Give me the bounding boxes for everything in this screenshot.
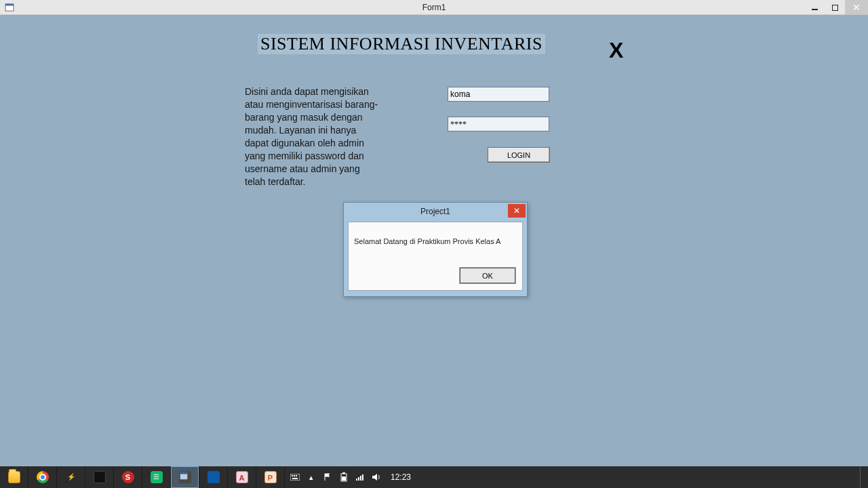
chevron-up-icon[interactable]: ▴ bbox=[307, 472, 316, 482]
taskbar-item-s[interactable]: S bbox=[114, 466, 142, 488]
flag-icon[interactable] bbox=[323, 472, 332, 482]
svg-rect-6 bbox=[294, 475, 295, 476]
svg-rect-8 bbox=[292, 478, 298, 479]
form-icon bbox=[4, 3, 15, 12]
messagebox-body: Selamat Datang di Praktikum Provis Kelas… bbox=[348, 222, 523, 291]
keyboard-icon[interactable] bbox=[290, 472, 300, 482]
show-desktop-button[interactable] bbox=[860, 466, 868, 488]
svg-rect-15 bbox=[362, 474, 363, 481]
svg-rect-11 bbox=[342, 476, 346, 481]
messagebox: Project1 ✕ Selamat Datang di Praktikum P… bbox=[343, 202, 528, 297]
blue-icon bbox=[208, 471, 220, 483]
password-input[interactable] bbox=[448, 117, 549, 131]
taskbar-item-powerpoint[interactable]: P bbox=[256, 466, 285, 488]
system-tray: ▴ 12:23 bbox=[285, 466, 416, 488]
svg-rect-13 bbox=[358, 477, 359, 481]
messagebox-message: Selamat Datang di Praktikum Provis Kelas… bbox=[354, 237, 500, 245]
tray-clock[interactable]: 12:23 bbox=[391, 472, 411, 482]
svg-rect-5 bbox=[292, 475, 293, 476]
svg-rect-3 bbox=[180, 472, 187, 474]
page-title: SISTEM INFORMASI INVENTARIS bbox=[258, 34, 545, 54]
chrome-icon bbox=[37, 471, 49, 483]
window-controls: ✕ bbox=[804, 0, 868, 15]
messagebox-title-text: Project1 bbox=[420, 207, 450, 216]
cmd-icon bbox=[94, 471, 106, 483]
taskbar-item-access[interactable]: A bbox=[228, 466, 256, 488]
taskbar-item-vb6[interactable] bbox=[171, 466, 199, 488]
taskbar-item-line[interactable]: ☰ bbox=[142, 466, 171, 488]
taskbar-item-explorer[interactable] bbox=[0, 466, 28, 488]
form-canvas: SISTEM INFORMASI INVENTARIS X Disini and… bbox=[0, 15, 868, 466]
messagebox-title: Project1 ✕ bbox=[344, 203, 527, 220]
s-icon: S bbox=[122, 471, 134, 483]
svg-rect-4 bbox=[290, 474, 300, 481]
vb6-icon bbox=[179, 471, 191, 483]
battery-icon[interactable] bbox=[339, 472, 349, 482]
winamp-icon: ⚡ bbox=[65, 471, 77, 483]
access-icon: A bbox=[236, 471, 248, 483]
window-title: Form1 bbox=[0, 3, 868, 12]
taskbar-item-chrome[interactable] bbox=[28, 466, 57, 488]
messagebox-ok-button[interactable]: OK bbox=[460, 268, 515, 283]
minimize-button[interactable] bbox=[804, 0, 825, 15]
volume-icon[interactable] bbox=[372, 472, 381, 482]
powerpoint-icon: P bbox=[264, 471, 277, 483]
form-close-x[interactable]: X bbox=[609, 38, 623, 63]
taskbar-item-cmd[interactable] bbox=[85, 466, 114, 488]
wifi-icon[interactable] bbox=[355, 472, 365, 482]
svg-rect-10 bbox=[342, 472, 345, 474]
username-input[interactable] bbox=[448, 87, 549, 102]
window-titlebar: Form1 ✕ bbox=[0, 0, 868, 15]
line-icon: ☰ bbox=[151, 471, 163, 483]
taskbar: ⚡ S ☰ A P ▴ 12:23 bbox=[0, 466, 868, 488]
description-text: Disini anda dapat mengisikan atau mengin… bbox=[245, 85, 380, 188]
taskbar-apps: ⚡ S ☰ A P bbox=[0, 466, 285, 488]
folder-icon bbox=[8, 471, 20, 483]
svg-rect-1 bbox=[5, 3, 14, 5]
close-button[interactable]: ✕ bbox=[845, 0, 868, 15]
messagebox-close-button[interactable]: ✕ bbox=[508, 204, 526, 218]
svg-rect-14 bbox=[360, 476, 361, 481]
taskbar-item-blue[interactable] bbox=[199, 466, 228, 488]
taskbar-item-winamp[interactable]: ⚡ bbox=[57, 466, 85, 488]
svg-rect-7 bbox=[296, 475, 297, 476]
login-button[interactable]: LOGIN bbox=[488, 147, 550, 163]
svg-rect-12 bbox=[356, 479, 357, 481]
restore-button[interactable] bbox=[825, 0, 845, 15]
